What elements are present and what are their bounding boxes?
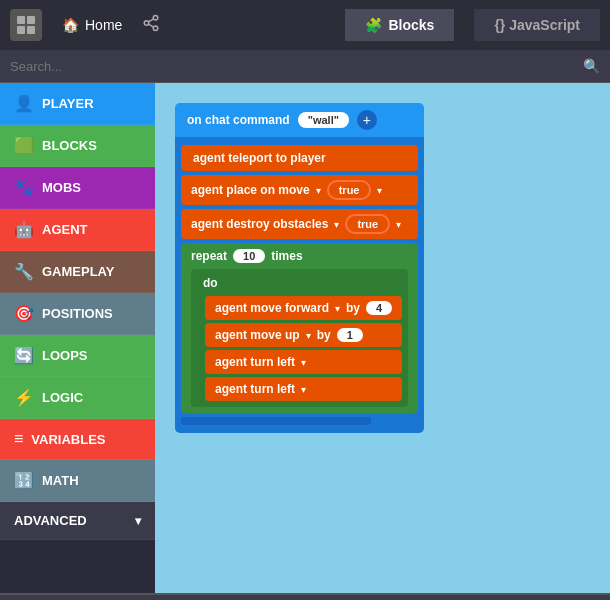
home-label: Home xyxy=(85,17,122,33)
svg-rect-2 xyxy=(17,26,25,34)
do-block: do agent move forward ▾ by 4 agent move … xyxy=(191,269,408,407)
math-icon: 🔢 xyxy=(14,471,34,490)
svg-rect-0 xyxy=(17,16,25,24)
move-forward-label: agent move forward xyxy=(215,301,329,315)
teleport-block[interactable]: agent teleport to player xyxy=(181,145,418,171)
sidebar-item-positions[interactable]: 🎯 POSITIONS xyxy=(0,293,155,335)
tab-javascript[interactable]: {} JavaScript xyxy=(474,9,600,41)
svg-point-5 xyxy=(145,21,150,26)
up-dropdown: ▾ xyxy=(306,330,311,341)
turn-left-2-label: agent turn left xyxy=(215,382,295,396)
svg-point-4 xyxy=(154,16,159,21)
search-input[interactable] xyxy=(10,59,577,74)
svg-rect-1 xyxy=(27,16,35,24)
dropdown-arrow-4: ▾ xyxy=(396,219,401,230)
repeat-block[interactable]: repeat 10 times do agent move forward ▾ … xyxy=(181,243,418,413)
move-up-block[interactable]: agent move up ▾ by 1 xyxy=(205,323,402,347)
do-label: do xyxy=(197,273,402,293)
turn-left-2-block[interactable]: agent turn left ▾ xyxy=(205,377,402,401)
main-area: 👤 PLAYER 🟩 BLOCKS 🐾 MOBS 🤖 AGENT 🔧 GAMEP… xyxy=(0,83,610,593)
sidebar-item-loops[interactable]: 🔄 LOOPS xyxy=(0,335,155,377)
add-command-button[interactable]: + xyxy=(357,110,377,130)
sidebar-item-blocks[interactable]: 🟩 BLOCKS xyxy=(0,125,155,167)
sidebar-item-logic[interactable]: ⚡ LOGIC xyxy=(0,377,155,419)
header: 🏠 Home 🧩 Blocks {} JavaScript xyxy=(0,0,610,50)
tab-blocks[interactable]: 🧩 Blocks xyxy=(345,9,454,41)
on-chat-label: on chat command xyxy=(187,113,290,127)
svg-line-7 xyxy=(149,24,154,27)
svg-point-6 xyxy=(154,26,159,31)
turn-left-1-block[interactable]: agent turn left ▾ xyxy=(205,350,402,374)
true2-pill[interactable]: true xyxy=(345,214,390,234)
logic-icon: ⚡ xyxy=(14,388,34,407)
blocks-icon: 🟩 xyxy=(14,136,34,155)
app-logo xyxy=(10,9,42,41)
left1-dropdown: ▾ xyxy=(301,357,306,368)
blocks-tab-icon: 🧩 xyxy=(365,17,382,33)
sidebar-item-gameplay[interactable]: 🔧 GAMEPLAY xyxy=(0,251,155,293)
home-nav[interactable]: 🏠 Home xyxy=(62,17,122,33)
forward-dropdown: ▾ xyxy=(335,303,340,314)
repeat-count[interactable]: 10 xyxy=(233,249,265,263)
variables-icon: ≡ xyxy=(14,430,23,448)
sidebar-item-math[interactable]: 🔢 MATH xyxy=(0,460,155,502)
forward-val[interactable]: 4 xyxy=(366,301,392,315)
repeat-header: repeat 10 times xyxy=(191,249,408,269)
destroy-obstacles-label: agent destroy obstacles xyxy=(191,217,328,231)
dropdown-arrow-2: ▾ xyxy=(377,185,382,196)
up-val[interactable]: 1 xyxy=(337,328,363,342)
gameplay-icon: 🔧 xyxy=(14,262,34,281)
share-button[interactable] xyxy=(142,14,160,36)
sidebar-item-variables[interactable]: ≡ VARIABLES xyxy=(0,419,155,460)
mobs-icon: 🐾 xyxy=(14,178,34,197)
destroy-obstacles-block[interactable]: agent destroy obstacles ▾ true ▾ xyxy=(181,209,418,239)
player-icon: 👤 xyxy=(14,94,34,113)
place-on-move-block[interactable]: agent place on move ▾ true ▾ xyxy=(181,175,418,205)
search-bar: 🔍 xyxy=(0,50,610,83)
turn-left-1-label: agent turn left xyxy=(215,355,295,369)
svg-rect-3 xyxy=(27,26,35,34)
wall-pill: "wall" xyxy=(298,112,349,128)
on-chat-command-block[interactable]: on chat command "wall" + xyxy=(175,103,424,137)
sidebar-item-player[interactable]: 👤 PLAYER xyxy=(0,83,155,125)
dropdown-arrow-3: ▾ xyxy=(334,219,339,230)
sidebar-item-mobs[interactable]: 🐾 MOBS xyxy=(0,167,155,209)
loops-icon: 🔄 xyxy=(14,346,34,365)
dropdown-arrow-1: ▾ xyxy=(316,185,321,196)
bottom-bar: >_ ■ 🎩 agent wall 💾 xyxy=(0,593,610,600)
positions-icon: 🎯 xyxy=(14,304,34,323)
move-up-label: agent move up xyxy=(215,328,300,342)
canvas-area: on chat command "wall" + agent teleport … xyxy=(155,83,610,593)
sidebar-item-advanced[interactable]: ADVANCED ▾ xyxy=(0,502,155,540)
place-on-move-label: agent place on move xyxy=(191,183,310,197)
left2-dropdown: ▾ xyxy=(301,384,306,395)
chevron-down-icon: ▾ xyxy=(135,514,141,528)
search-icon: 🔍 xyxy=(583,58,600,74)
svg-line-8 xyxy=(149,19,154,22)
home-icon: 🏠 xyxy=(62,17,79,33)
agent-icon: 🤖 xyxy=(14,220,34,239)
sidebar: 👤 PLAYER 🟩 BLOCKS 🐾 MOBS 🤖 AGENT 🔧 GAMEP… xyxy=(0,83,155,593)
blocks-workspace: on chat command "wall" + agent teleport … xyxy=(175,103,424,433)
chat-command-body: agent teleport to player agent place on … xyxy=(175,137,424,433)
true1-pill[interactable]: true xyxy=(327,180,372,200)
sidebar-item-agent[interactable]: 🤖 AGENT xyxy=(0,209,155,251)
move-forward-block[interactable]: agent move forward ▾ by 4 xyxy=(205,296,402,320)
